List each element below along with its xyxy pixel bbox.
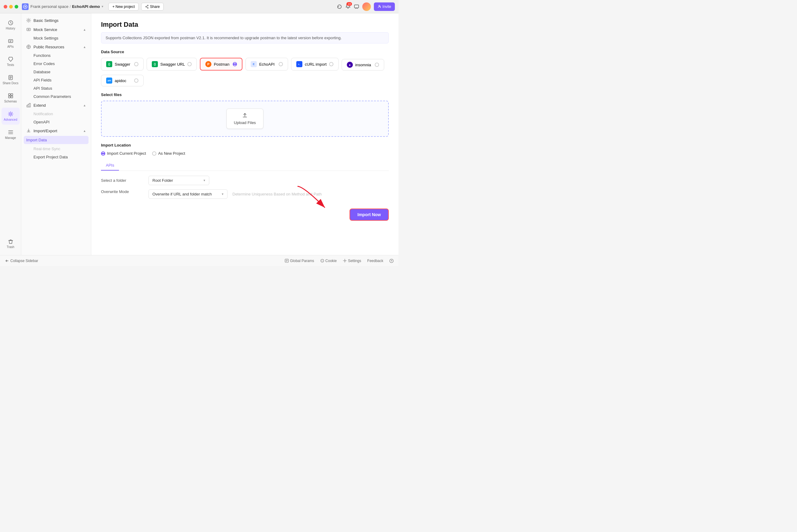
tab-apis[interactable]: APIs [101,160,119,171]
mock-service-label: Mock Service [34,27,57,32]
svg-point-12 [10,113,12,115]
apidoc-radio[interactable] [134,78,138,83]
import-current-project-option[interactable]: Import Current Project [101,151,146,156]
echoapi-radio[interactable] [279,62,283,66]
sidebar-error-codes[interactable]: Error Codes [21,60,91,68]
sidebar-item-manage[interactable]: Manage [1,126,20,143]
sidebar-item-history[interactable]: History [1,16,20,34]
import-new-radio[interactable] [152,151,156,156]
import-current-radio[interactable] [101,151,105,156]
text-sidebar: Basic Settings Mock Service ▲ Mock Setti… [21,13,91,255]
datasource-postman[interactable]: P Postman [200,58,242,71]
invite-label: Invite [383,4,391,9]
sidebar-import-data[interactable]: Import Data [24,136,89,144]
swagger-radio[interactable] [134,62,138,66]
insomnia-radio[interactable] [375,63,379,67]
sidebar-export-project[interactable]: Export Project Data [21,153,91,161]
import-location-label: Import Location [101,143,389,148]
sidebar-mock-settings[interactable]: Mock Settings [21,34,91,42]
sidebar-item-trash[interactable]: Trash [1,235,20,252]
select-folder-row: Select a folder Root Folder ▾ [101,176,389,185]
apidoc-icon: API [106,77,112,83]
error-codes-label: Error Codes [34,61,55,66]
sidebar-item-advanced[interactable]: Advanced [1,108,20,125]
upload-icon [242,113,248,118]
sidebar-basic-settings[interactable]: Basic Settings [21,16,91,25]
invite-button[interactable]: Invite [374,2,395,11]
datasource-swagger-url[interactable]: {} Swagger URL [147,58,197,71]
refresh-icon[interactable] [337,4,342,10]
sidebar-item-apis[interactable]: APIs [1,35,20,52]
apis-label: APIs [7,45,14,48]
sidebar-item-schemas[interactable]: Schemas [1,89,20,107]
workspace-name[interactable]: Frank personal space [31,4,69,9]
notification-bell[interactable]: 19 [345,3,351,10]
share-button[interactable]: Share [141,3,164,11]
traffic-lights [4,5,18,8]
datasource-insomnia[interactable]: ● insomnia [341,59,384,71]
project-dropdown-icon[interactable]: ▾ [101,4,104,8]
sidebar-api-fields[interactable]: API Fields [21,76,91,84]
feedback-item[interactable]: Feedback [367,259,383,263]
cookie-item[interactable]: Cookie [320,259,337,263]
import-actions: Import Now [101,206,389,221]
sidebar-import-export[interactable]: Import/Export ▲ [21,126,91,135]
postman-radio[interactable] [233,62,237,66]
sidebar-functions[interactable]: Functions [21,51,91,60]
help-item[interactable] [389,259,394,263]
insomnia-icon: ● [347,62,353,68]
messages-icon[interactable] [354,4,359,10]
overwrite-chevron: ▾ [222,192,224,196]
datasource-apidoc[interactable]: API apidoc [101,75,144,86]
mock-service-chevron: ▲ [83,28,86,31]
sidebar-mock-service[interactable]: Mock Service ▲ [21,25,91,34]
folder-chevron: ▾ [204,178,205,183]
user-avatar[interactable] [362,2,371,11]
collapse-sidebar[interactable]: Collapse Sidebar [5,259,38,263]
openapi-label: OpenAPI [34,120,50,124]
upload-files-button[interactable]: Upload Files [226,109,263,129]
sidebar-api-status[interactable]: API Status [21,84,91,92]
sidebar-item-share-docs[interactable]: Share Docs [1,71,20,88]
database-label: Database [34,70,51,74]
settings-item[interactable]: Settings [343,259,361,263]
datasource-echoapi[interactable]: E EchoAPI [245,58,288,71]
datasource-curl[interactable]: >_ cURL import [291,58,338,71]
upload-area[interactable]: Upload Files [101,101,389,137]
sidebar-extend[interactable]: Extend ▲ [21,101,91,110]
datasource-swagger[interactable]: {} Swagger [101,58,144,71]
titlebar-right: 19 Invite [337,2,395,11]
import-data-label: Import Data [26,138,47,142]
folder-select[interactable]: Root Folder ▾ [148,176,209,185]
minimize-button[interactable] [9,5,13,8]
svg-rect-9 [11,94,13,95]
maximize-button[interactable] [15,5,18,8]
import-location-radio-group: Import Current Project As New Project [101,151,389,156]
project-name[interactable]: EchoAPI demo [72,4,100,9]
global-params-item[interactable]: Global Params [285,259,314,263]
global-params-label: Global Params [290,259,314,263]
swagger-icon: {} [106,61,112,67]
api-fields-label: API Fields [34,78,51,82]
content-tabs: APIs [101,160,389,171]
svg-rect-8 [8,94,10,95]
svg-rect-10 [8,96,10,98]
close-button[interactable] [4,5,7,8]
svg-rect-11 [11,96,13,98]
sidebar-database[interactable]: Database [21,68,91,76]
sidebar-openapi[interactable]: OpenAPI [21,118,91,126]
import-now-button[interactable]: Import Now [350,209,389,221]
postman-icon: P [205,61,211,67]
history-label: History [6,27,15,30]
select-folder-label: Select a folder [101,178,144,183]
sidebar-item-tests[interactable]: Tests [1,53,20,70]
curl-radio[interactable] [329,62,333,66]
swagger-url-radio[interactable] [187,62,192,66]
svg-point-21 [322,261,323,262]
new-project-button[interactable]: + New project [108,3,139,11]
import-new-project-option[interactable]: As New Project [152,151,185,156]
sidebar-common-parameters[interactable]: Common Parameters [21,92,91,101]
sidebar-public-resources[interactable]: Public Resources ▲ [21,42,91,51]
settings-icon [343,259,347,263]
overwrite-select[interactable]: Overwrite if URL and folder match ▾ [148,189,227,199]
